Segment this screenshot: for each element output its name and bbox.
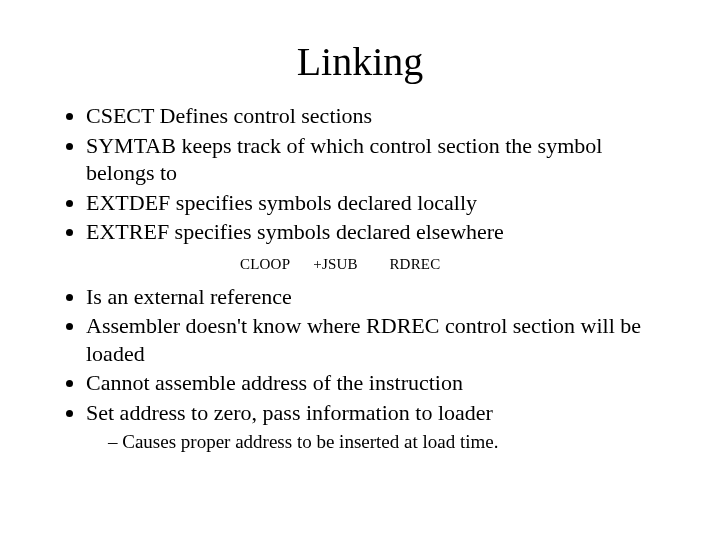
list-item: EXTDEF specifies symbols declared locall… <box>86 189 670 217</box>
list-item: Set address to zero, pass information to… <box>86 399 670 455</box>
list-item: Cannot assemble address of the instructi… <box>86 369 670 397</box>
sub-bullet-list: Causes proper address to be inserted at … <box>108 430 670 455</box>
list-item: EXTREF specifies symbols declared elsewh… <box>86 218 670 246</box>
list-item: SYMTAB keeps track of which control sect… <box>86 132 670 187</box>
list-item: CSECT Defines control sections <box>86 102 670 130</box>
list-item-text: Set address to zero, pass information to… <box>86 400 493 425</box>
list-item: Is an external reference <box>86 283 670 311</box>
code-example: CLOOP +JSUB RDREC <box>50 256 670 273</box>
list-item: Assembler doesn't know where RDREC contr… <box>86 312 670 367</box>
bullet-list-top: CSECT Defines control sections SYMTAB ke… <box>58 102 670 246</box>
slide: Linking CSECT Defines control sections S… <box>0 0 720 540</box>
sub-list-item: Causes proper address to be inserted at … <box>108 430 670 455</box>
slide-title: Linking <box>50 40 670 84</box>
bullet-list-bottom: Is an external reference Assembler doesn… <box>58 283 670 455</box>
